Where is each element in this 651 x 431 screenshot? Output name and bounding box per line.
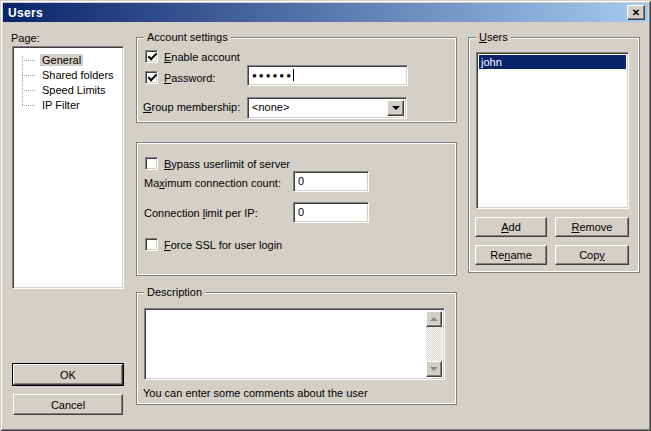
- rename-button[interactable]: Rename: [475, 245, 547, 265]
- connection-limit-per-ip-value: 0: [298, 206, 304, 218]
- scroll-down-button[interactable]: [426, 361, 442, 377]
- password-checkbox[interactable]: [145, 71, 158, 84]
- ok-button[interactable]: OK: [13, 364, 123, 385]
- description-scrollbar[interactable]: [426, 311, 442, 377]
- arrow-down-icon: [430, 367, 438, 371]
- page-tree[interactable]: General Shared folders Speed Limits IP F…: [12, 46, 124, 289]
- bypass-userlimit-checkbox[interactable]: [145, 157, 158, 170]
- tree-item-shared-folders[interactable]: Shared folders: [13, 68, 123, 83]
- group-membership-value: <none>: [252, 101, 289, 113]
- dropdown-button[interactable]: [387, 100, 404, 116]
- scroll-up-button[interactable]: [426, 311, 442, 327]
- description-textarea[interactable]: [144, 308, 445, 380]
- group-membership-select[interactable]: <none>: [247, 97, 407, 119]
- account-settings-group: Account settings Enable account Password…: [136, 37, 457, 123]
- titlebar[interactable]: Users ✕: [3, 3, 648, 22]
- close-icon: ✕: [632, 8, 640, 18]
- max-connection-count-field[interactable]: 0: [293, 171, 369, 192]
- add-button[interactable]: Add: [475, 217, 547, 237]
- max-connection-count-value: 0: [298, 175, 304, 187]
- users-group: Users john Add Remove Rename Copy: [468, 37, 640, 273]
- password-value: ●●●●●●: [252, 71, 293, 80]
- enable-account-label[interactable]: Enable account: [164, 51, 240, 64]
- force-ssl-label[interactable]: Force SSL for user login: [164, 239, 282, 252]
- tree-item-ip-filter[interactable]: IP Filter: [13, 98, 123, 113]
- cancel-button[interactable]: Cancel: [13, 394, 123, 415]
- connection-limit-per-ip-label: Connection limit per IP:: [144, 207, 258, 220]
- description-hint: You can enter some comments about the us…: [143, 387, 368, 400]
- force-ssl-checkbox[interactable]: [145, 238, 158, 251]
- description-title: Description: [144, 286, 205, 298]
- users-dialog: Users ✕ Page: General Shared folders Spe…: [0, 0, 651, 431]
- user-list-item[interactable]: john: [479, 55, 626, 69]
- copy-button[interactable]: Copy: [555, 245, 629, 265]
- close-button[interactable]: ✕: [627, 5, 645, 20]
- description-group: Description You can enter some comments …: [136, 292, 457, 405]
- page-label: Page:: [11, 32, 40, 45]
- max-connection-count-label: Maximum connection count:: [144, 177, 281, 190]
- password-field[interactable]: ●●●●●●: [247, 65, 408, 86]
- tree-item-speed-limits[interactable]: Speed Limits: [13, 83, 123, 98]
- remove-button[interactable]: Remove: [555, 217, 629, 237]
- bypass-userlimit-label[interactable]: Bypass userlimit of server: [164, 158, 290, 171]
- account-settings-title: Account settings: [144, 31, 231, 43]
- tree-item-general[interactable]: General: [13, 53, 123, 68]
- users-title: Users: [476, 31, 511, 43]
- window-title: Users: [3, 6, 43, 20]
- connection-limits-group: Bypass userlimit of server Maximum conne…: [136, 142, 457, 276]
- chevron-down-icon: [392, 106, 400, 110]
- text-cursor: [293, 69, 294, 81]
- enable-account-checkbox[interactable]: [145, 50, 158, 63]
- group-membership-label: Group membership:: [143, 101, 240, 114]
- connection-limit-per-ip-field[interactable]: 0: [293, 202, 369, 223]
- arrow-up-icon: [430, 317, 438, 321]
- users-listbox[interactable]: john: [476, 52, 629, 209]
- password-label[interactable]: Password:: [164, 72, 215, 85]
- description-value: [147, 311, 425, 377]
